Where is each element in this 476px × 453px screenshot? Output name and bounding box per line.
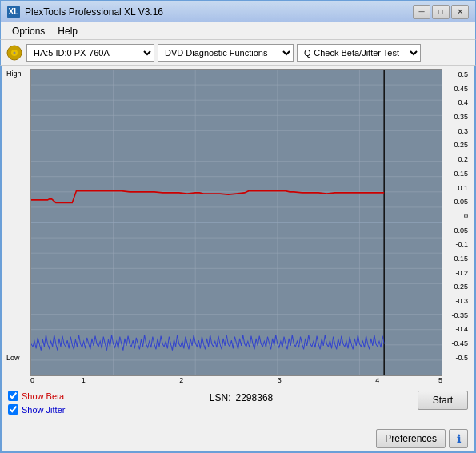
maximize-button[interactable]: □: [432, 5, 450, 19]
y-label-low: Low: [6, 355, 30, 362]
start-button[interactable]: Start: [418, 391, 468, 410]
menu-bar: Options Help: [0, 22, 476, 40]
main-window: High Low: [0, 66, 476, 453]
y-axis-left: High Low: [6, 69, 30, 376]
show-beta-label: Show Beta: [22, 391, 64, 401]
window-title: PlexTools Professional XL V3.16: [25, 6, 163, 18]
lsn-area: LSN: 2298368: [210, 392, 273, 403]
x-axis-labels: 0 1 2 3 4 5: [6, 376, 470, 384]
chart-container: High Low: [2, 66, 474, 387]
bottom-controls: Show Beta Show Jitter LSN: 2298368 Start…: [2, 387, 474, 451]
svg-point-2: [14, 51, 16, 54]
menu-help[interactable]: Help: [51, 24, 84, 38]
chart-svg: [31, 70, 442, 375]
y-axis-right: 0.5 0.45 0.4 0.35 0.3 0.25 0.2 0.15 0.1 …: [442, 69, 470, 376]
drive-icon: [6, 44, 23, 62]
close-button[interactable]: ✕: [451, 5, 469, 19]
app-icon: XL: [7, 6, 20, 18]
show-jitter-row: Show Jitter: [8, 404, 65, 415]
preferences-button[interactable]: Preferences: [376, 429, 446, 448]
show-jitter-checkbox[interactable]: [8, 404, 18, 415]
info-button[interactable]: ℹ: [449, 429, 468, 448]
checkboxes-group: Show Beta Show Jitter: [8, 391, 65, 415]
show-beta-row: Show Beta: [8, 391, 65, 401]
test-select[interactable]: Q-Check Beta/Jitter Test: [297, 44, 421, 62]
chart-plot-area: [30, 69, 442, 376]
lsn-value: 2298368: [236, 392, 274, 403]
drive-select[interactable]: HA:5 ID:0 PX-760A: [26, 44, 154, 62]
function-select[interactable]: DVD Diagnostic Functions: [158, 44, 294, 62]
pref-info-row: Preferences ℹ: [8, 429, 468, 448]
menu-options[interactable]: Options: [6, 24, 51, 38]
controls-row: Show Beta Show Jitter LSN: 2298368 Start: [8, 391, 468, 415]
show-jitter-label: Show Jitter: [22, 405, 65, 415]
window-controls: ─ □ ✕: [413, 5, 469, 19]
show-beta-checkbox[interactable]: [8, 391, 18, 401]
title-bar: XL PlexTools Professional XL V3.16 ─ □ ✕: [0, 0, 476, 22]
toolbar: HA:5 ID:0 PX-760A DVD Diagnostic Functio…: [0, 40, 476, 66]
lsn-label: LSN:: [210, 392, 231, 403]
y-label-high: High: [6, 70, 30, 78]
minimize-button[interactable]: ─: [413, 5, 430, 19]
